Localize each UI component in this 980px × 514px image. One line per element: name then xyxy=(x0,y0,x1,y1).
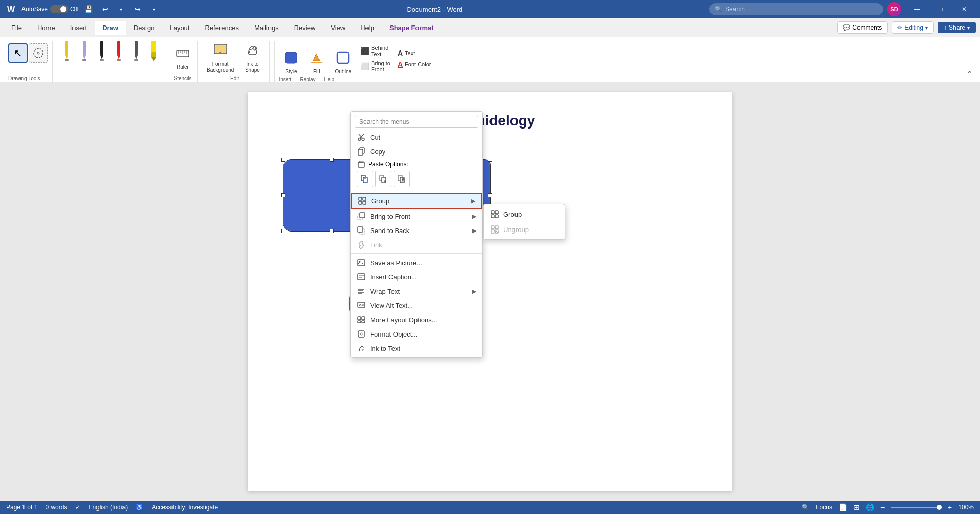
bring-to-front-ctx-label: Bring to Front xyxy=(370,213,410,220)
select-tool[interactable]: ↖ xyxy=(8,43,28,63)
save-icon[interactable]: 💾 xyxy=(82,2,96,16)
pen-highlighter[interactable] xyxy=(145,41,162,61)
tab-home[interactable]: Home xyxy=(30,21,62,35)
svg-text:W: W xyxy=(7,5,15,14)
svg-rect-70 xyxy=(362,317,365,320)
drawing-tools-items: ↖ xyxy=(8,41,48,63)
ink-to-shape-btn[interactable]: Ink toShape xyxy=(239,41,265,75)
font-color-label: Font Color xyxy=(405,61,431,67)
title-bar-right: SD — □ ✕ xyxy=(887,0,976,18)
ctx-send-to-back[interactable]: Send to Back ▶ xyxy=(351,223,482,238)
paste-text-only-btn[interactable]: A xyxy=(394,171,410,187)
handle-tl[interactable] xyxy=(281,158,285,162)
ribbon-collapse-btn[interactable]: ⌃ xyxy=(963,68,976,80)
group-icon xyxy=(358,196,367,205)
title-search-bar[interactable]: 🔍 Search xyxy=(709,3,883,15)
pen-darkgray[interactable] xyxy=(128,41,144,61)
redo-icon[interactable]: ↪ xyxy=(131,2,145,16)
pen-yellow[interactable] xyxy=(59,41,75,61)
paste-plain-btn[interactable]: A xyxy=(375,171,391,187)
zoom-out-icon[interactable]: − xyxy=(880,503,885,511)
ruler-btn[interactable]: Ruler xyxy=(173,44,193,72)
outline-btn[interactable]: Outline xyxy=(330,48,356,76)
autosave-toggle[interactable] xyxy=(50,5,68,13)
pen-black[interactable] xyxy=(93,41,110,61)
ctx-copy[interactable]: Copy xyxy=(351,144,482,159)
handle2-tr[interactable] xyxy=(488,158,492,162)
paste-keep-source-btn[interactable] xyxy=(357,171,373,187)
submenu-group[interactable]: Group xyxy=(484,207,565,222)
tab-design[interactable]: Design xyxy=(127,21,161,35)
ctx-bring-to-front[interactable]: Bring to Front ▶ xyxy=(351,209,482,223)
handle-tm[interactable] xyxy=(330,158,334,162)
tab-review[interactable]: Review xyxy=(287,21,323,35)
font-color-btn[interactable]: A Font Color xyxy=(395,59,434,69)
svg-rect-9 xyxy=(82,59,86,61)
tab-view[interactable]: View xyxy=(324,21,352,35)
share-button[interactable]: ↑ Share ▾ xyxy=(938,22,976,33)
tab-shape-format[interactable]: Shape Format xyxy=(382,21,441,35)
svg-rect-4 xyxy=(65,41,68,55)
tab-insert[interactable]: Insert xyxy=(63,21,94,35)
format-background-btn[interactable]: ▾ FormatBackground xyxy=(204,41,237,75)
focus-icon[interactable]: 🔍 xyxy=(802,504,810,511)
autosave-state: Off xyxy=(70,6,79,13)
separator-2 xyxy=(351,253,482,254)
send-to-back-arrow: ▶ xyxy=(472,227,476,234)
ctx-cut[interactable]: Cut xyxy=(351,130,482,144)
svg-rect-73 xyxy=(358,331,364,337)
stencils-label: Stencils xyxy=(173,75,193,82)
share-dropdown-icon: ▾ xyxy=(967,25,970,31)
ctx-save-as-picture[interactable]: Save as Picture... xyxy=(351,255,482,270)
svg-text:▾: ▾ xyxy=(219,50,222,54)
autosave-area: AutoSave Off xyxy=(21,5,79,13)
bring-to-front-btn[interactable]: ⬜ Bring toFront xyxy=(357,59,394,73)
handle-bl[interactable] xyxy=(281,229,285,233)
fill-btn[interactable]: Fill xyxy=(304,48,329,76)
ctx-view-alt-text[interactable]: ALT View Alt Text... xyxy=(351,298,482,313)
tab-draw[interactable]: Draw xyxy=(95,21,126,35)
ctx-format-object[interactable]: Format Object... xyxy=(351,327,482,341)
focus-label[interactable]: Focus xyxy=(816,504,832,511)
ctx-more-layout[interactable]: More Layout Options... xyxy=(351,313,482,327)
user-avatar[interactable]: SD xyxy=(887,2,901,16)
tab-help[interactable]: Help xyxy=(353,21,381,35)
style-btn[interactable]: Style xyxy=(279,48,303,76)
close-button[interactable]: ✕ xyxy=(952,0,976,18)
context-search-input[interactable] xyxy=(355,116,478,128)
send-to-back-label: Send to Back xyxy=(370,227,409,235)
handle2-mr[interactable] xyxy=(488,193,492,197)
comments-icon: 💬 xyxy=(843,24,850,31)
maximize-button[interactable]: □ xyxy=(929,0,952,18)
ctx-insert-caption[interactable]: Insert Caption... xyxy=(351,270,482,284)
web-view-icon[interactable]: 🌐 xyxy=(866,503,874,511)
tab-mailings[interactable]: Mailings xyxy=(247,21,286,35)
zoom-in-icon[interactable]: + xyxy=(948,503,952,511)
tab-references[interactable]: References xyxy=(198,21,246,35)
text-btn[interactable]: A Text xyxy=(395,48,434,58)
undo-icon[interactable]: ↩ xyxy=(98,2,112,16)
tab-file[interactable]: File xyxy=(4,21,29,35)
handle-bm[interactable] xyxy=(330,229,334,233)
comments-button[interactable]: 💬 Comments xyxy=(837,21,888,34)
print-layout-icon[interactable]: ⊞ xyxy=(853,503,860,511)
minimize-button[interactable]: — xyxy=(905,0,929,18)
pen-purple[interactable] xyxy=(76,41,92,61)
search-icon: 🔍 xyxy=(715,6,722,13)
editing-button[interactable]: ✏ Editing ▾ xyxy=(892,21,934,34)
view-mode-icon[interactable]: 📄 xyxy=(839,503,847,511)
behind-text-btn[interactable]: ⬛ BehindText xyxy=(357,44,394,58)
pen-red[interactable] xyxy=(111,41,127,61)
ctx-ink-to-text[interactable]: Ink to Text xyxy=(351,341,482,355)
doc-title: Document2 - Word xyxy=(164,6,705,13)
undo-dropdown-icon[interactable]: ▾ xyxy=(114,2,129,16)
arrange-small-group: ⬛ BehindText ⬜ Bring toFront xyxy=(357,41,394,76)
ctx-wrap-text[interactable]: Wrap Text ▶ xyxy=(351,284,482,298)
tab-layout[interactable]: Layout xyxy=(162,21,197,35)
svg-rect-78 xyxy=(491,215,494,218)
lasso-tool[interactable] xyxy=(29,43,48,63)
ctx-group[interactable]: Group ▶ xyxy=(351,193,482,209)
customize-qat-icon[interactable]: ▾ xyxy=(147,2,161,16)
zoom-slider[interactable] xyxy=(891,507,942,508)
handle-ml[interactable] xyxy=(281,193,285,197)
